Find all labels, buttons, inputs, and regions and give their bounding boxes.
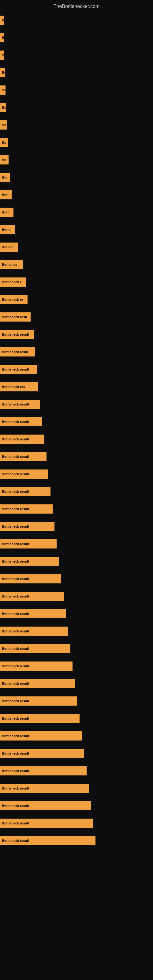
bar-row: Bottleneck result — [0, 832, 153, 849]
bar-label: B — [0, 33, 4, 42]
bar-label: Bo — [0, 120, 7, 130]
bar-label: B — [0, 16, 4, 25]
bar-label: Bottleneck result — [0, 836, 96, 845]
bar-row: Bottleneck result — [0, 640, 153, 657]
bar-label: Bottleneck result — [0, 504, 53, 514]
bar-label: Bottleneck result — [0, 801, 91, 810]
bar-label: Bot — [0, 173, 10, 182]
bar-row: Bottle — [0, 221, 153, 238]
bar-row: Bottleneck result — [0, 431, 153, 447]
bar-row: Bottleneck result — [0, 500, 153, 517]
bar-row: Bo — [0, 134, 153, 151]
bar-label: Bottleneck result — [0, 452, 46, 461]
bar-label: Bottleneck result — [0, 557, 59, 566]
bar-label: Bo — [0, 86, 5, 95]
site-title: TheBottlenecker.com — [0, 0, 153, 12]
bar-label: Bottleneck res — [0, 382, 38, 391]
bar-label: Bottleneck resul — [0, 347, 35, 356]
bar-label: Bottlen — [0, 243, 18, 252]
bar-label: Bo — [0, 103, 6, 112]
bar-row: Bottleneck result — [0, 518, 153, 535]
bar-label: Bottleneck r — [0, 277, 26, 286]
bar-row: Bottleneck result — [0, 675, 153, 692]
bar-row: Bo — [0, 116, 153, 133]
bar-label: Bottleneck result — [0, 400, 40, 409]
bar-row: Bottleneck result — [0, 692, 153, 709]
bar-row: Bottleneck result — [0, 588, 153, 605]
bar-row: Bottleneck result — [0, 326, 153, 343]
bar-row: B — [0, 29, 153, 46]
bar-label: Bottleneck result — [0, 522, 54, 531]
bar-row: Bottleneck result — [0, 780, 153, 797]
bar-row: B — [0, 12, 153, 29]
bar-label: Bottlenec — [0, 260, 23, 269]
bars-container: BBBBoBoBoBoBoBoBotBottBottlBottleBottlen… — [0, 12, 153, 850]
bar-label: Bottleneck result — [0, 487, 51, 496]
bar-row: Bottleneck result — [0, 483, 153, 500]
bar-row: Bottleneck result — [0, 727, 153, 744]
bar-row: Bottleneck result — [0, 396, 153, 412]
bar-label: Bo — [0, 68, 5, 77]
bar-label: Bottleneck result — [0, 784, 89, 793]
bar-row: Bottleneck resul — [0, 343, 153, 360]
bar-row: Bottleneck result — [0, 762, 153, 779]
bar-row: Bottleneck result — [0, 570, 153, 587]
bar-row: Bo — [0, 64, 153, 81]
bar-label: Bottleneck result — [0, 539, 57, 549]
bar-label: Bottleneck result — [0, 819, 93, 828]
bar-row: Bottleneck result — [0, 797, 153, 814]
bar-row: Bo — [0, 81, 153, 98]
bar-label: Bottleneck result — [0, 330, 33, 339]
bar-label: Bottleneck result — [0, 574, 61, 584]
bar-row: Bo — [0, 151, 153, 168]
bar-label: Bottleneck result — [0, 592, 64, 601]
bar-row: Bottleneck result — [0, 466, 153, 482]
bar-row: Bottleneck result — [0, 535, 153, 552]
page-container: TheBottlenecker.com BBBBoBoBoBoBoBoBotBo… — [0, 0, 153, 980]
bar-row: Bottleneck result — [0, 605, 153, 622]
bar-label: Bottleneck result — [0, 749, 84, 758]
bar-row: Bottl — [0, 204, 153, 221]
bar-label: Bottleneck result — [0, 609, 66, 618]
bar-row: Bott — [0, 186, 153, 203]
bar-label: Bottleneck result — [0, 679, 75, 688]
bar-label: Bott — [0, 190, 12, 199]
bar-row: Bottleneck result — [0, 553, 153, 570]
bar-row: Bottleneck result — [0, 448, 153, 465]
bar-row: B — [0, 46, 153, 64]
bar-label: Bo — [0, 138, 8, 147]
bar-label: Bottl — [0, 208, 13, 217]
bar-label: Bottle — [0, 225, 15, 234]
bar-row: Bottleneck resu — [0, 309, 153, 325]
bar-label: Bo — [0, 155, 9, 164]
bar-row: Bot — [0, 169, 153, 186]
bar-label: Bottleneck result — [0, 627, 68, 636]
bar-row: Bottlenec — [0, 256, 153, 273]
bar-label: Bottleneck result — [0, 434, 45, 444]
bar-label: Bottleneck resu — [0, 312, 30, 321]
bar-row: Bottleneck result — [0, 657, 153, 675]
bar-row: Bottlen — [0, 239, 153, 255]
bar-label: B — [0, 51, 4, 60]
bar-row: Bottleneck result — [0, 815, 153, 832]
bar-label: Bottleneck result — [0, 469, 48, 479]
bar-label: Bottleneck result — [0, 731, 82, 740]
bar-label: Bottleneck result — [0, 714, 80, 723]
bar-row: Bottleneck result — [0, 623, 153, 640]
bar-row: Bottleneck result — [0, 710, 153, 727]
bar-label: Bottleneck re — [0, 295, 27, 304]
bar-row: Bottleneck res — [0, 378, 153, 395]
bar-row: Bottleneck re — [0, 291, 153, 308]
bar-row: Bottleneck result — [0, 361, 153, 378]
bar-label: Bottleneck result — [0, 365, 37, 374]
bar-label: Bottleneck result — [0, 697, 77, 706]
bar-label: Bottleneck result — [0, 644, 70, 653]
bar-row: Bottleneck result — [0, 745, 153, 762]
bar-label: Bottleneck result — [0, 417, 42, 426]
bar-label: Bottleneck result — [0, 766, 87, 775]
bar-row: Bottleneck result — [0, 413, 153, 430]
bar-label: Bottleneck result — [0, 662, 73, 671]
bar-row: Bottleneck r — [0, 274, 153, 290]
bar-row: Bo — [0, 99, 153, 116]
